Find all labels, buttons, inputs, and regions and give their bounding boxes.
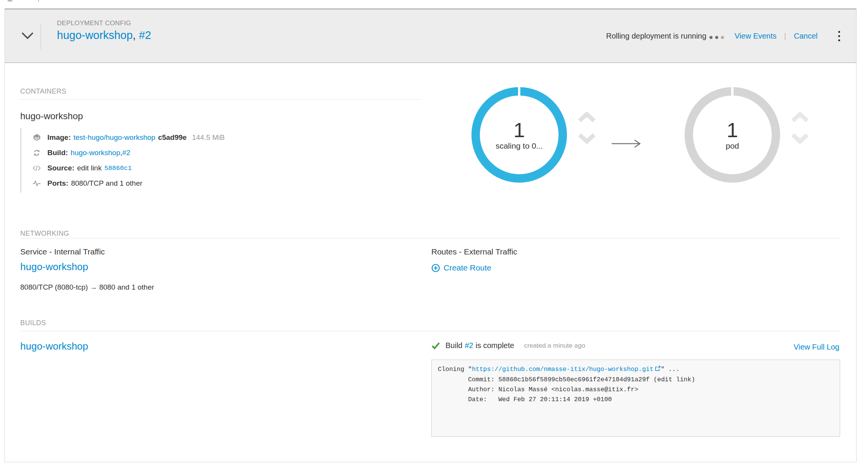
view-full-log-link[interactable]: View Full Log xyxy=(794,343,839,352)
containers-heading: CONTAINERS xyxy=(20,87,66,96)
source-label: Source: xyxy=(47,164,74,172)
chevron-up-icon xyxy=(790,118,810,124)
build-status-complete: is complete xyxy=(476,341,514,350)
build-created-timestamp: created a minute ago xyxy=(524,342,585,350)
cropped-fragment xyxy=(8,0,12,2)
page-title: hugo-workshop, #2 xyxy=(57,29,151,42)
networking-heading: NETWORKING xyxy=(20,230,69,238)
view-events-link[interactable]: View Events xyxy=(735,32,777,40)
target-replica-count: 1 xyxy=(727,119,738,141)
kebab-menu-button[interactable] xyxy=(836,28,842,45)
deployment-config-panel: DEPLOYMENT CONFIG hugo-workshop, #2 Roll… xyxy=(5,8,857,462)
build-status-word: Build xyxy=(445,341,462,350)
chevron-up-icon xyxy=(577,118,596,124)
right-arrow-icon xyxy=(610,139,642,150)
panel-header: DEPLOYMENT CONFIG hugo-workshop, #2 Roll… xyxy=(5,10,856,63)
containers-divider xyxy=(20,99,420,100)
cancel-deployment-link[interactable]: Cancel xyxy=(794,32,818,40)
scale-down-button[interactable] xyxy=(790,133,810,146)
networking-divider xyxy=(20,238,840,238)
source-text: edit link xyxy=(77,164,102,172)
build-status-row: Build #2 is complete created a minute ag… xyxy=(431,341,585,350)
deployment-config-name-link[interactable]: hugo-workshop xyxy=(57,29,133,41)
resource-kind-label: DEPLOYMENT CONFIG xyxy=(57,19,151,27)
title-separator: , xyxy=(133,29,139,41)
scale-up-button[interactable] xyxy=(790,111,810,124)
builds-divider xyxy=(20,331,840,331)
ports-row: Ports: 8080/TCP and 1 other xyxy=(32,176,225,191)
target-replicas-donut: 1 pod xyxy=(685,87,780,183)
log-line-cloning: Cloning "https://github.com/nmasse-itix/… xyxy=(438,364,834,375)
current-replicas-donut: 1 scaling to 0... xyxy=(471,87,567,183)
current-replicas-stepper xyxy=(577,111,599,146)
create-route-link[interactable]: Create Route xyxy=(444,263,491,272)
image-label: Image: xyxy=(47,133,71,142)
chevron-down-icon xyxy=(21,31,34,41)
image-sha: c5ad99e xyxy=(158,133,187,142)
header-actions: Rolling deployment is running View Event… xyxy=(606,10,842,62)
log-line-date: Date: Wed Feb 27 20:11:14 2019 +0100 xyxy=(438,395,834,405)
ports-text: 8080/TCP and 1 other xyxy=(71,179,143,188)
link-divider: | xyxy=(784,32,786,40)
cropped-fragment xyxy=(38,0,39,2)
create-route-action: Create Route xyxy=(431,263,491,272)
routes-section-title: Routes - External Traffic xyxy=(431,247,517,256)
loading-ellipsis-icon xyxy=(709,36,724,39)
build-config-link[interactable]: hugo-workshop xyxy=(20,340,88,352)
source-row: Source: edit link 58860c1 xyxy=(32,160,225,176)
build-log-snippet: Cloning "https://github.com/nmasse-itix/… xyxy=(431,360,840,437)
build-label: Build: xyxy=(47,149,68,157)
build-number-link[interactable]: #2 xyxy=(122,149,130,157)
scale-up-button[interactable] xyxy=(577,111,596,124)
title-block: DEPLOYMENT CONFIG hugo-workshop, #2 xyxy=(57,19,151,42)
header-divider xyxy=(40,23,41,49)
service-link[interactable]: hugo-workshop xyxy=(20,261,88,273)
build-number-link[interactable]: #2 xyxy=(465,341,473,350)
target-replicas-stepper xyxy=(790,111,812,146)
chevron-down-icon xyxy=(790,140,810,146)
collapse-toggle-button[interactable] xyxy=(19,28,36,44)
external-link-icon xyxy=(655,365,661,375)
circle-plus-icon xyxy=(431,264,440,272)
image-stream-link[interactable]: test-hugo/hugo-workshop xyxy=(73,133,155,142)
git-repo-link[interactable]: https://github.com/nmasse-itix/hugo-work… xyxy=(472,366,653,373)
ports-label: Ports: xyxy=(47,179,68,188)
scale-down-button[interactable] xyxy=(577,133,596,146)
service-section-title: Service - Internal Traffic xyxy=(20,247,105,256)
image-layers-icon xyxy=(32,134,41,141)
log-line-author: Author: Nicolas Massé <nicolas.masse@iti… xyxy=(438,385,834,395)
service-ports-text: 8080/TCP (8080-tcp) → 8080 and 1 other xyxy=(20,283,154,292)
builds-heading: BUILDS xyxy=(20,319,46,327)
build-row: Build: hugo-workshop, #2 xyxy=(32,145,225,160)
code-icon xyxy=(32,165,41,172)
refresh-icon xyxy=(32,149,41,157)
container-name: hugo-workshop xyxy=(20,111,83,121)
chevron-down-icon xyxy=(577,140,596,146)
build-config-link[interactable]: hugo-workshop xyxy=(71,149,120,157)
image-size: 144.5 MiB xyxy=(192,133,225,142)
current-replica-count: 1 xyxy=(513,119,525,141)
image-row: Image: test-hugo/hugo-workshop c5ad99e 1… xyxy=(32,130,225,145)
target-replica-label: pod xyxy=(725,141,739,151)
deployment-version-link[interactable]: #2 xyxy=(139,29,151,41)
current-replica-label: scaling to 0... xyxy=(496,141,543,151)
pulse-icon xyxy=(32,180,41,187)
log-line-commit: Commit: 58860c1b56f5899cb50ec6961f2e4718… xyxy=(438,375,834,385)
check-icon xyxy=(431,341,440,350)
container-detail-list: Image: test-hugo/hugo-workshop c5ad99e 1… xyxy=(20,128,225,193)
deployment-status-text: Rolling deployment is running xyxy=(606,32,706,40)
source-commit-link[interactable]: 58860c1 xyxy=(104,165,131,172)
